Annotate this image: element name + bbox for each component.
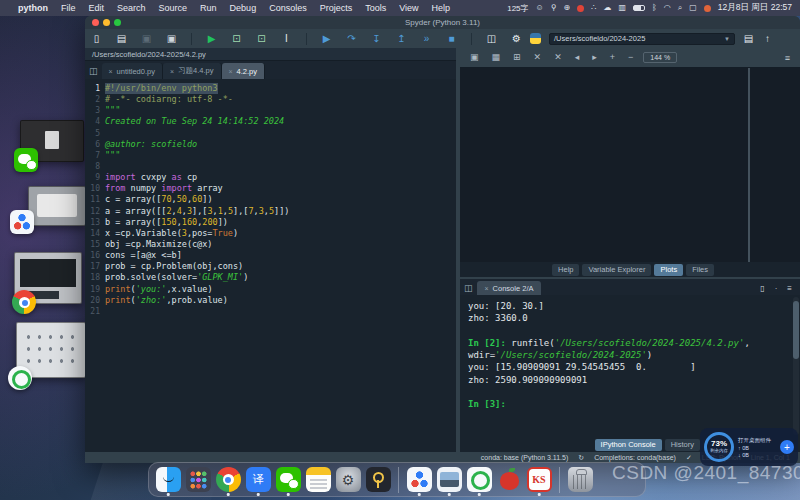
menu-app-name[interactable]: python <box>18 3 48 13</box>
dock-item-circles[interactable] <box>406 465 432 495</box>
menu-item-search[interactable]: Search <box>117 3 146 13</box>
previous-plot-icon[interactable]: ◂ <box>575 53 580 62</box>
console-options-icon[interactable]: ≡ <box>787 284 792 293</box>
battery-icon[interactable] <box>633 5 645 11</box>
conda-env-status[interactable]: conda: base (Python 3.11.5) <box>481 454 568 461</box>
pane-tab-variable-explorer[interactable]: Variable Explorer <box>582 264 651 276</box>
menu-item-debug[interactable]: Debug <box>230 3 257 13</box>
python-env-icon[interactable] <box>530 33 541 44</box>
display-icon[interactable]: ▢ <box>689 4 697 12</box>
plots-options-icon[interactable]: ≡ <box>785 53 790 63</box>
pane-tab-files[interactable]: Files <box>686 264 714 276</box>
dock-item-seal[interactable]: KS <box>526 465 552 495</box>
working-directory-select[interactable]: /Users/scofieldo/2024-2025 ▼ <box>549 33 735 45</box>
wifi-icon[interactable]: ◠ <box>664 4 671 12</box>
debug-fast-forward-icon[interactable]: » <box>421 34 432 44</box>
dock-item-translate[interactable]: 译 <box>245 465 271 495</box>
debug-continue-icon[interactable]: ▶ <box>321 34 332 44</box>
dock-item-launchpad[interactable] <box>185 465 211 495</box>
cloud-icon[interactable]: ☁ <box>603 4 611 12</box>
chrome-badge-icon[interactable] <box>12 290 36 314</box>
new-file-icon[interactable]: ▯ <box>91 34 102 44</box>
dock-item-settings[interactable]: ⚙ <box>335 465 361 495</box>
menu-item-projects[interactable]: Projects <box>320 3 353 13</box>
dock-item-preview[interactable] <box>436 465 462 495</box>
parent-directory-icon[interactable]: ↑ <box>762 34 773 44</box>
record-state-icon[interactable]: · <box>775 284 778 293</box>
panels-icon[interactable]: ▥ <box>618 4 626 12</box>
dock-item-wechat[interactable] <box>275 465 301 495</box>
shapes-icon[interactable]: ∴ <box>591 4 596 12</box>
panes-layout-icon[interactable]: ◫ <box>486 34 497 44</box>
inspect-icon[interactable]: ▯ <box>760 284 764 293</box>
remove-all-plots-icon[interactable]: ✕ <box>554 53 562 62</box>
window-title-bar[interactable]: Spyder (Python 3.11) <box>85 16 800 29</box>
plots-thumbnail-divider[interactable] <box>748 68 750 262</box>
menu-item-edit[interactable]: Edit <box>89 3 105 13</box>
run-icon[interactable]: ▶ <box>206 34 217 44</box>
add-widget-button[interactable]: + <box>780 440 794 454</box>
copy-plot-icon[interactable]: ⊞ <box>513 53 521 62</box>
screen-dot-icon[interactable] <box>704 5 711 12</box>
word-count-status[interactable]: 125字 <box>507 3 528 14</box>
browse-directory-icon[interactable]: ▤ <box>743 34 754 44</box>
completions-status[interactable]: Completions: conda(base) <box>594 454 676 461</box>
close-tab-icon[interactable]: × <box>229 68 233 75</box>
pane-options-icon[interactable]: ◫ <box>89 66 98 76</box>
menu-item-tools[interactable]: Tools <box>365 3 386 13</box>
dock-item-chrome[interactable] <box>215 465 241 495</box>
dock-item-notes[interactable] <box>305 465 331 495</box>
code-editor[interactable]: 1#!/usr/bin/env python32# -*- codiarng: … <box>85 79 456 452</box>
menu-item-help[interactable]: Help <box>432 3 451 13</box>
circles-app-badge-icon[interactable] <box>10 210 34 234</box>
dock-item-greenring[interactable] <box>466 465 492 495</box>
save-all-icon[interactable]: ▣ <box>166 34 177 44</box>
dock-item-finder[interactable] <box>155 465 181 495</box>
debug-step-over-icon[interactable]: ↷ <box>346 34 357 44</box>
console-scrollbar-thumb[interactable] <box>793 301 799 359</box>
search-icon[interactable]: ⌕ <box>678 4 682 12</box>
wechat-badge-icon[interactable] <box>14 148 38 172</box>
debug-step-into-icon[interactable]: ↧ <box>371 34 382 44</box>
keyboard-globe-icon[interactable]: ⊕ <box>564 4 571 12</box>
mic-icon[interactable]: ⚲ <box>551 4 557 12</box>
dock-item-trash[interactable] <box>567 465 593 495</box>
bluetooth-icon[interactable]: ᛒ <box>652 4 657 12</box>
menu-clock[interactable]: 12月8日 周日 22:57 <box>718 2 792 14</box>
run-selection-icon[interactable]: I <box>281 34 292 44</box>
run-cell-advance-icon[interactable]: ⊡ <box>256 34 267 44</box>
editor-tab-4.2.py[interactable]: ×4.2.py <box>222 63 266 79</box>
greenring-badge-icon[interactable] <box>8 366 32 390</box>
open-file-icon[interactable]: ▤ <box>116 34 127 44</box>
preferences-wrench-icon[interactable]: ⚙ <box>511 34 522 44</box>
console-tab[interactable]: × Console 2/A <box>477 281 542 295</box>
pane-tab-plots[interactable]: Plots <box>654 264 683 276</box>
debug-step-out-icon[interactable]: ↥ <box>396 34 407 44</box>
save-plot-icon[interactable]: ▣ <box>470 53 479 62</box>
console-scrollbar[interactable] <box>793 297 799 435</box>
close-icon[interactable]: × <box>485 285 489 292</box>
editor-tab-untitled0.py[interactable]: ×untitled0.py <box>102 63 163 79</box>
record-icon[interactable] <box>577 5 584 12</box>
minimized-window-dialog[interactable] <box>28 186 86 226</box>
pane-tab-help[interactable]: Help <box>552 264 579 276</box>
zoom-in-icon[interactable]: + <box>610 53 615 62</box>
menu-item-source[interactable]: Source <box>159 3 188 13</box>
menu-item-consoles[interactable]: Consoles <box>269 3 307 13</box>
dock-item-redapp[interactable] <box>496 465 522 495</box>
memory-widget[interactable]: 73% 剩余内存 打开桌面组件 ↑ 0B ↓ 0B + <box>700 428 798 466</box>
save-all-plots-icon[interactable]: ▦ <box>492 53 501 62</box>
close-tab-icon[interactable]: × <box>109 68 113 75</box>
remove-plot-icon[interactable]: ✕ <box>534 53 542 62</box>
menu-item-run[interactable]: Run <box>200 3 217 13</box>
menu-item-file[interactable]: File <box>61 3 76 13</box>
menu-item-view[interactable]: View <box>399 3 418 13</box>
stop-icon[interactable]: ■ <box>446 34 457 44</box>
next-plot-icon[interactable]: ▸ <box>592 53 597 62</box>
smiley-icon[interactable]: ☺ <box>536 4 544 12</box>
tab-history[interactable]: History <box>665 439 700 451</box>
editor-tab-习题4.4.py[interactable]: ×习题4.4.py <box>163 63 222 79</box>
close-tab-icon[interactable]: × <box>170 68 174 75</box>
run-cell-icon[interactable]: ⊡ <box>231 34 242 44</box>
zoom-out-icon[interactable]: − <box>628 53 633 62</box>
